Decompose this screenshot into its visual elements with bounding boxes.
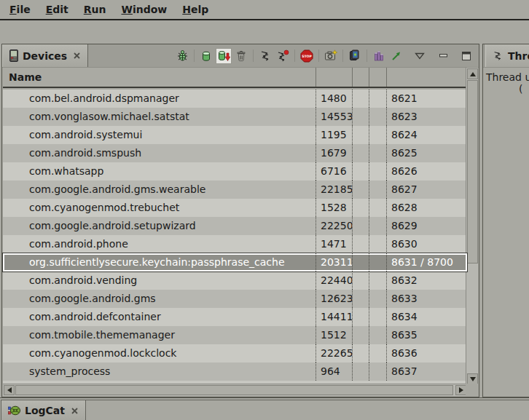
cell-name: org.sufficientlysecure.keychain:passphra… <box>3 253 316 272</box>
cell-heap <box>353 181 369 199</box>
column-header-port[interactable] <box>387 68 467 87</box>
column-header-name[interactable]: Name <box>3 68 316 87</box>
cell-port: 8631 / 8700 <box>387 253 467 272</box>
cell-port: 8625 <box>387 144 467 162</box>
system-trace-icon[interactable] <box>371 48 387 64</box>
screen-record-icon[interactable] <box>347 48 363 64</box>
cell-heap <box>353 344 369 362</box>
cell-pid: 22185 <box>316 181 353 199</box>
table-row[interactable]: com.android.smspush16798625 <box>3 144 467 162</box>
cell-heap <box>353 235 369 253</box>
column-header-pid[interactable] <box>316 68 353 87</box>
table-row[interactable]: com.android.vending224408632 <box>3 272 467 290</box>
cell-heap <box>353 217 369 235</box>
threads-view: Threads Thread up ( <box>482 44 529 397</box>
menu-edit[interactable]: Edit <box>44 2 71 17</box>
table-row[interactable]: system_process9648637 <box>3 362 467 381</box>
cell-heap <box>353 326 369 344</box>
vertical-scroll-thumb[interactable] <box>467 80 478 264</box>
update-threads-icon[interactable] <box>257 48 273 64</box>
menu-run[interactable]: Run <box>82 2 109 17</box>
cell-pid: 1512 <box>316 326 353 344</box>
cell-port: 8636 <box>387 344 467 362</box>
cell-pid: 1528 <box>316 199 353 217</box>
cell-port: 8623 <box>387 108 467 126</box>
tab-devices[interactable]: Devices <box>2 44 88 67</box>
close-icon[interactable] <box>71 407 79 415</box>
table-row[interactable]: com.whatsapp67168626 <box>3 162 467 181</box>
table-row[interactable]: com.google.android.gms126238633 <box>3 290 467 308</box>
cell-heap <box>353 272 369 290</box>
dump-hprof-icon[interactable] <box>216 48 232 64</box>
cell-threads <box>369 199 387 217</box>
cell-name: com.tmobile.thememanager <box>3 326 316 344</box>
cell-port: 8633 <box>387 290 467 308</box>
cell-threads <box>369 126 387 144</box>
cell-pid: 1679 <box>316 144 353 162</box>
update-heap-icon[interactable] <box>198 48 214 64</box>
devices-view: Devices <box>1 44 479 397</box>
cell-port: 8632 <box>387 272 467 290</box>
main-toolbar <box>0 22 529 43</box>
table-row[interactable]: com.android.systemui11958624 <box>3 126 467 144</box>
table-row-selected[interactable]: org.sufficientlysecure.keychain:passphra… <box>3 253 467 272</box>
view-menu-icon[interactable] <box>412 48 428 64</box>
table-row[interactable]: com.vonglasow.michael.satstat145538623 <box>3 108 467 126</box>
scroll-up-button[interactable] <box>467 68 478 79</box>
table-row[interactable]: com.android.defcontainer144118634 <box>3 308 467 326</box>
cell-threads <box>369 272 387 290</box>
table-row[interactable]: com.google.android.setupwizard222508629 <box>3 217 467 235</box>
column-header-threads[interactable] <box>369 68 387 87</box>
cell-name: com.vonglasow.michael.satstat <box>3 108 316 126</box>
menu-window[interactable]: Window <box>119 2 169 17</box>
logcat-icon <box>8 405 20 416</box>
cell-heap <box>353 362 369 381</box>
cell-heap <box>353 90 369 108</box>
table-row[interactable]: com.tmobile.thememanager15128635 <box>3 326 467 344</box>
scroll-left-button[interactable] <box>4 385 15 395</box>
toolbar-separator <box>367 49 367 62</box>
tab-threads[interactable]: Threads <box>485 44 529 67</box>
device-phone-icon <box>9 49 18 62</box>
scroll-down-button[interactable] <box>467 373 478 384</box>
cell-port: 8635 <box>387 326 467 344</box>
stop-process-icon[interactable]: STOP <box>299 48 315 64</box>
minimize-icon[interactable] <box>435 48 451 64</box>
method-profiling-icon[interactable] <box>275 48 291 64</box>
debug-icon[interactable] <box>174 48 190 64</box>
table-row[interactable]: com.cyanogenmod.trebuchet15288628 <box>3 199 467 217</box>
cell-pid: 964 <box>316 362 353 381</box>
column-header-heap[interactable] <box>353 68 369 87</box>
cell-port: 8629 <box>387 217 467 235</box>
menu-bar: FileEditRunWindowHelp <box>0 0 529 20</box>
maximize-icon[interactable] <box>458 48 474 64</box>
screen-capture-icon[interactable] <box>323 48 339 64</box>
cell-threads <box>369 326 387 344</box>
horizontal-scroll-thumb[interactable] <box>15 385 453 395</box>
toolbar-separator <box>318 49 319 62</box>
cell-threads <box>369 253 387 272</box>
table-row[interactable]: com.android.phone14718630 <box>3 235 467 253</box>
threads-icon <box>493 50 503 61</box>
cell-pid: 1471 <box>316 235 353 253</box>
vertical-scrollbar[interactable] <box>466 68 478 385</box>
cause-gc-icon[interactable] <box>233 48 249 64</box>
tab-devices-label: Devices <box>23 50 67 62</box>
cell-port: 8637 <box>387 362 467 381</box>
cell-port: 8626 <box>387 162 467 181</box>
opengl-trace-icon[interactable] <box>388 48 404 64</box>
table-row[interactable]: com.cyanogenmod.lockclock222658636 <box>3 344 467 362</box>
cell-pid: 22250 <box>316 217 353 235</box>
table-row[interactable]: com.bel.android.dspmanager14808621 <box>3 90 467 108</box>
table-row[interactable]: com.google.android.gms.wearable221858627 <box>3 181 467 199</box>
horizontal-scrollbar[interactable] <box>3 384 467 396</box>
threads-tabstrip: Threads <box>483 44 529 68</box>
scroll-right-button[interactable] <box>455 385 466 395</box>
menu-help[interactable]: Help <box>180 2 211 17</box>
cell-heap <box>353 308 369 326</box>
menu-file[interactable]: File <box>7 2 33 17</box>
close-icon[interactable] <box>73 52 81 60</box>
threads-message-line1: Thread up <box>486 71 529 83</box>
tab-logcat[interactable]: LogCat <box>1 400 86 420</box>
cell-name: com.google.android.gms <box>3 290 316 308</box>
